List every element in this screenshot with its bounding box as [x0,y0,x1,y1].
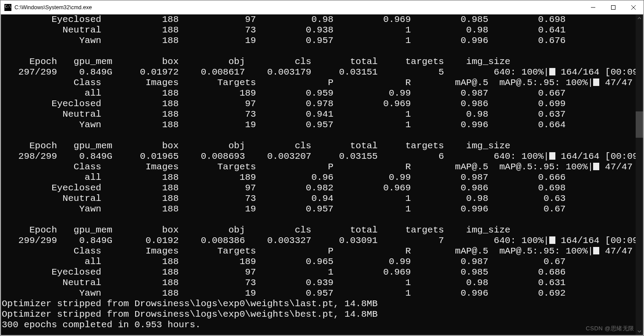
terminal-client-area[interactable]: Eyeclosed 188 97 0.98 0.969 0.985 0.698 … [1,14,643,335]
app-window: C:\Windows\System32\cmd.exe Eyeclosed 18… [0,0,644,336]
svg-rect-0 [612,5,615,9]
window-title: C:\Windows\System32\cmd.exe [14,4,92,11]
window-controls [583,0,644,14]
scrollbar-thumb[interactable] [636,111,643,138]
terminal-output: Eyeclosed 188 97 0.98 0.969 0.985 0.698 … [1,14,643,330]
scroll-up-arrow-icon[interactable] [636,14,643,22]
watermark-text: CSDN @思绪无限 [586,325,634,332]
maximize-button[interactable] [603,0,623,14]
vertical-scrollbar[interactable] [636,14,643,335]
title-bar[interactable]: C:\Windows\System32\cmd.exe [0,0,644,14]
minimize-button[interactable] [583,0,603,14]
scroll-down-arrow-icon[interactable] [636,328,643,335]
cmd-icon [4,4,11,11]
close-button[interactable] [623,0,644,14]
